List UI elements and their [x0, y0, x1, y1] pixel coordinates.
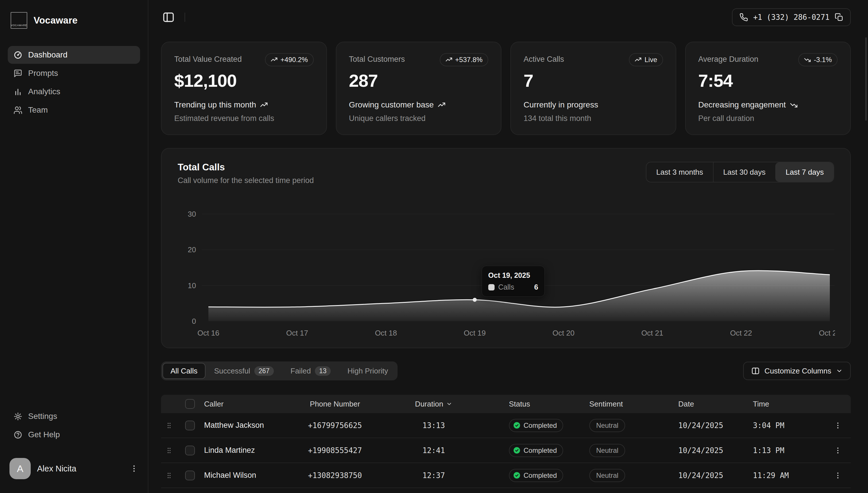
table-row[interactable]: Matthew Jackson +16799756625 13:13 Compl… [161, 413, 851, 438]
cell-date: 10/24/2025 [676, 421, 750, 430]
sentiment-badge: Neutral [589, 444, 625, 457]
stat-label: Total Customers [349, 53, 405, 64]
tooltip-series-swatch [488, 284, 495, 291]
stat-footer-subtitle: 134 total this month [524, 114, 663, 123]
cell-phone: +16799756625 [308, 421, 362, 430]
svg-text:Oct 17: Oct 17 [286, 329, 308, 337]
table-header-row: Caller Phone Number Duration Status Sent… [161, 395, 851, 413]
message-icon [14, 69, 22, 78]
svg-text:Oct 23: Oct 23 [819, 329, 835, 337]
filter-tab-successful[interactable]: Successful 267 [206, 363, 282, 379]
chart-tooltip: Oct 19, 2025 Calls 6 [482, 266, 545, 297]
phone-number-badge[interactable]: +1 (332) 286-0271 [732, 8, 851, 26]
col-status: Status [485, 400, 586, 409]
sidebar-item-analytics[interactable]: Analytics [8, 83, 140, 101]
row-checkbox[interactable] [185, 421, 195, 430]
stat-value: 287 [349, 70, 488, 91]
stat-badge-label: +537.8% [455, 56, 482, 64]
stat-footer-subtitle: Per call duration [699, 114, 838, 123]
stat-label: Total Value Created [174, 53, 242, 64]
sidebar-item-dashboard[interactable]: Dashboard [8, 46, 140, 64]
stat-card: Total Value Created +490.2% $12,100 Tren… [161, 42, 327, 135]
sidebar-nav: Dashboard Prompts Analytics Team [8, 46, 140, 119]
time-range-selector: Last 3 months Last 30 days Last 7 days [646, 162, 834, 183]
scrollbar-thumb[interactable] [865, 37, 867, 121]
row-checkbox[interactable] [185, 446, 195, 455]
sidebar-item-label: Analytics [28, 87, 60, 96]
status-badge: Completed [509, 469, 563, 482]
copy-icon[interactable] [835, 13, 843, 22]
col-phone: Phone Number [310, 400, 360, 409]
sidebar-footer: Settings Get Help A Alex Nicita [8, 407, 140, 481]
brand-logo-text: VOCAWARE [11, 24, 27, 27]
col-date: Date [676, 400, 750, 409]
footer-trend-icon [790, 101, 798, 109]
svg-text:10: 10 [188, 281, 196, 290]
customize-columns-button[interactable]: Customize Columns [743, 362, 851, 380]
cell-time: 3:04 PM [750, 421, 825, 430]
drag-handle-icon[interactable] [165, 471, 173, 480]
sidebar-item-get-help[interactable]: Get Help [8, 426, 140, 444]
filter-tab-label: High Priority [347, 367, 388, 376]
stat-footer-title: Trending up this month [174, 100, 256, 109]
svg-text:Oct 19: Oct 19 [464, 329, 486, 337]
status-badge: Completed [509, 444, 563, 457]
check-circle-icon [513, 447, 521, 454]
col-duration-sort[interactable]: Duration [415, 400, 452, 409]
filter-tab-label: Failed [291, 367, 311, 376]
row-actions-kebab-icon[interactable] [834, 447, 842, 454]
col-caller: Caller [203, 400, 287, 409]
range-option-last-3-months[interactable]: Last 3 months [646, 162, 713, 182]
area-chart[interactable]: 0102030Oct 16Oct 17Oct 18Oct 19Oct 20Oct… [178, 200, 835, 341]
topbar: +1 (332) 286-0271 [149, 0, 868, 35]
col-time: Time [750, 400, 825, 409]
brand-name: Vocaware [33, 15, 77, 26]
stat-badge: -3.1% [798, 53, 838, 66]
svg-text:Oct 16: Oct 16 [198, 329, 220, 337]
row-checkbox[interactable] [185, 471, 195, 480]
row-actions-kebab-icon[interactable] [834, 422, 842, 429]
total-calls-card: Total Calls Call volume for the selected… [161, 148, 851, 348]
stat-badge: Live [629, 53, 663, 66]
range-option-last-30-days[interactable]: Last 30 days [713, 162, 775, 182]
user-menu-kebab-icon[interactable] [130, 464, 138, 473]
sidebar-item-label: Get Help [28, 430, 60, 439]
gauge-icon [14, 50, 22, 60]
check-circle-icon [513, 422, 521, 429]
cell-phone: +13082938750 [308, 471, 362, 480]
select-all-checkbox[interactable] [185, 399, 195, 409]
stat-footer-subtitle: Unique callers tracked [349, 114, 488, 123]
tooltip-date: Oct 19, 2025 [488, 271, 538, 280]
main-area: +1 (332) 286-0271 Total Value Created +4… [149, 0, 868, 493]
stat-value: 7:54 [699, 70, 838, 91]
sidebar-item-prompts[interactable]: Prompts [8, 64, 140, 82]
tooltip-value: 6 [523, 283, 538, 291]
drag-handle-icon[interactable] [165, 421, 173, 430]
stat-footer-subtitle: Estimated revenue from calls [174, 114, 314, 123]
table-row[interactable]: Michael Wilson +13082938750 12:37 Comple… [161, 463, 851, 488]
chevron-down-icon [836, 367, 843, 374]
drag-handle-icon[interactable] [165, 446, 173, 455]
sidebar-item-team[interactable]: Team [8, 101, 140, 119]
trend-icon [271, 56, 278, 63]
table-row[interactable]: Linda Martinez +19908555427 12:41 Comple… [161, 438, 851, 463]
filter-tab-high-priority[interactable]: High Priority [339, 363, 396, 379]
filter-tab-count: 267 [254, 366, 274, 376]
row-actions-kebab-icon[interactable] [834, 471, 842, 479]
filter-tab-all-calls[interactable]: All Calls [162, 363, 206, 379]
svg-text:0: 0 [192, 317, 196, 325]
svg-text:20: 20 [188, 245, 196, 254]
calls-table: Caller Phone Number Duration Status Sent… [161, 395, 851, 488]
sidebar-item-settings[interactable]: Settings [8, 407, 140, 425]
range-option-last-7-days[interactable]: Last 7 days [775, 162, 833, 182]
filter-tab-failed[interactable]: Failed 13 [282, 363, 339, 379]
user-name: Alex Nicita [37, 464, 76, 473]
stat-badge-label: +490.2% [280, 56, 308, 64]
sidebar-toggle-button[interactable] [162, 11, 175, 24]
app-window: VOCAWARE Vocaware Dashboard Prompts Anal… [0, 0, 868, 493]
stat-badge: +490.2% [265, 53, 314, 66]
cell-date: 10/24/2025 [676, 471, 750, 480]
users-icon [14, 106, 22, 115]
gear-icon [14, 412, 22, 421]
user-menu[interactable]: A Alex Nicita [8, 456, 140, 481]
